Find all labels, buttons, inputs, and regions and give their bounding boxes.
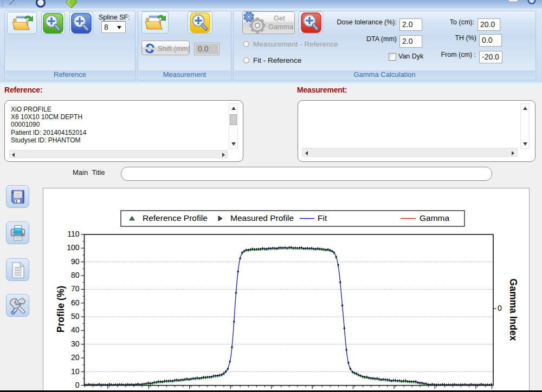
svg-text:40: 40 — [71, 325, 80, 334]
svg-text:80: 80 — [71, 271, 80, 279]
svg-text:60: 60 — [71, 298, 80, 307]
svg-text:110: 110 — [67, 230, 80, 238]
svg-text:Measured Profile: Measured Profile — [230, 213, 294, 223]
svg-text:20: 20 — [71, 353, 80, 362]
svg-text:Fit: Fit — [318, 213, 327, 223]
svg-text:90: 90 — [71, 257, 80, 266]
svg-text:0: 0 — [75, 381, 80, 389]
svg-text:50: 50 — [71, 312, 80, 321]
svg-text:10: 10 — [71, 367, 80, 376]
svg-text:Gamma Index: Gamma Index — [508, 279, 519, 341]
svg-text:30: 30 — [71, 339, 80, 348]
svg-text:100: 100 — [67, 243, 80, 252]
svg-text:0: 0 — [498, 304, 502, 312]
svg-text:Profile (%): Profile (%) — [55, 286, 66, 333]
svg-text:Reference Profile: Reference Profile — [143, 213, 208, 223]
svg-text:Gamma: Gamma — [420, 213, 450, 223]
svg-text:70: 70 — [71, 284, 80, 293]
